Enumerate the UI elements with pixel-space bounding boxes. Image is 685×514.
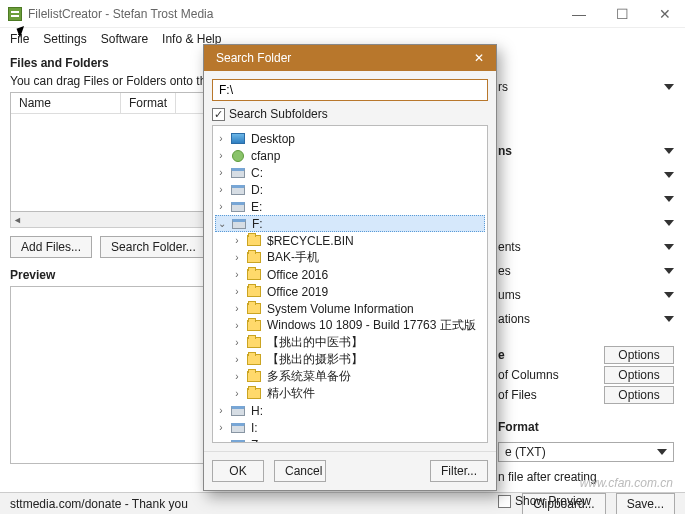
scroll-left-icon[interactable]: ◄ <box>13 215 22 225</box>
tree-item[interactable]: ›【挑出的摄影书】 <box>215 351 485 368</box>
tree-item[interactable]: ›精小软件 <box>215 385 485 402</box>
expand-icon[interactable]: › <box>231 388 243 399</box>
menu-file[interactable]: File <box>10 32 29 46</box>
expand-icon[interactable]: › <box>215 201 227 212</box>
expand-icon[interactable]: › <box>215 133 227 144</box>
drive-icon <box>230 421 246 435</box>
chevron-down-icon[interactable] <box>664 268 674 274</box>
expand-icon[interactable]: › <box>231 337 243 348</box>
dialog-titlebar[interactable]: Search Folder ✕ <box>204 45 496 71</box>
tree-item[interactable]: ›System Volume Information <box>215 300 485 317</box>
tree-item[interactable]: ⌄F: <box>215 215 485 232</box>
right-row: ations <box>498 312 530 326</box>
tree-item-label: Z: <box>249 438 262 444</box>
folder-icon <box>246 370 262 384</box>
expand-icon[interactable]: › <box>231 303 243 314</box>
tree-item-label: cfanp <box>249 149 280 163</box>
search-folder-button[interactable]: Search Folder... <box>100 236 207 258</box>
cancel-button[interactable]: Cancel <box>274 460 326 482</box>
options-button[interactable]: Options <box>604 386 674 404</box>
expand-icon[interactable]: › <box>231 354 243 365</box>
expand-icon[interactable]: › <box>231 235 243 246</box>
menu-settings[interactable]: Settings <box>43 32 86 46</box>
folder-icon <box>246 251 262 265</box>
expand-icon[interactable]: › <box>215 405 227 416</box>
folder-icon <box>246 285 262 299</box>
watermark: www.cfan.com.cn <box>580 476 673 490</box>
close-button[interactable]: ✕ <box>653 5 677 23</box>
col-name[interactable]: Name <box>11 93 121 113</box>
expand-icon[interactable]: › <box>231 286 243 297</box>
chevron-down-icon <box>657 449 667 455</box>
minimize-button[interactable]: — <box>566 5 592 23</box>
col-format[interactable]: Format <box>121 93 176 113</box>
expand-icon[interactable]: › <box>215 167 227 178</box>
format-combo-value: e (TXT) <box>505 445 546 459</box>
tree-item-label: 【挑出的摄影书】 <box>265 351 363 368</box>
tree-item[interactable]: ›Windows 10 1809 - Build 17763 正式版 <box>215 317 485 334</box>
window-buttons: — ☐ ✕ <box>566 5 677 23</box>
expand-icon[interactable]: › <box>231 269 243 280</box>
tree-item-label: E: <box>249 200 262 214</box>
maximize-button[interactable]: ☐ <box>610 5 635 23</box>
tree-item[interactable]: ›H: <box>215 402 485 419</box>
chevron-down-icon[interactable] <box>664 148 674 154</box>
expand-icon[interactable]: › <box>215 439 227 443</box>
tree-item[interactable]: ›Office 2019 <box>215 283 485 300</box>
folder-icon <box>246 234 262 248</box>
folder-tree[interactable]: ›Desktop›cfanp›C:›D:›E:⌄F:›$RECYCLE.BIN›… <box>212 125 488 443</box>
folder-icon <box>246 387 262 401</box>
right-row: of Columns <box>498 368 559 382</box>
chevron-down-icon[interactable] <box>664 196 674 202</box>
drive-icon <box>230 438 246 444</box>
user-icon <box>230 149 246 163</box>
menu-software[interactable]: Software <box>101 32 148 46</box>
path-input[interactable] <box>212 79 488 101</box>
chevron-down-icon[interactable] <box>664 84 674 90</box>
tree-item[interactable]: ›C: <box>215 164 485 181</box>
tree-item[interactable]: ›$RECYCLE.BIN <box>215 232 485 249</box>
expand-icon[interactable]: ⌄ <box>216 218 228 229</box>
chevron-down-icon[interactable] <box>664 172 674 178</box>
tree-item[interactable]: ›cfanp <box>215 147 485 164</box>
folder-icon <box>246 336 262 350</box>
tree-item[interactable]: ›Z: <box>215 436 485 443</box>
tree-item[interactable]: ›Office 2016 <box>215 266 485 283</box>
chevron-down-icon[interactable] <box>664 220 674 226</box>
tree-item[interactable]: ›D: <box>215 181 485 198</box>
tree-item-label: System Volume Information <box>265 302 414 316</box>
filter-button[interactable]: Filter... <box>430 460 488 482</box>
folder-icon <box>246 353 262 367</box>
options-button[interactable]: Options <box>604 366 674 384</box>
expand-icon[interactable]: › <box>215 422 227 433</box>
add-files-button[interactable]: Add Files... <box>10 236 92 258</box>
expand-icon[interactable]: › <box>231 252 243 263</box>
chevron-down-icon[interactable] <box>664 244 674 250</box>
tree-item[interactable]: ›BAK-手机 <box>215 249 485 266</box>
expand-icon[interactable]: › <box>231 371 243 382</box>
ok-button[interactable]: OK <box>212 460 264 482</box>
tree-item[interactable]: ›Desktop <box>215 130 485 147</box>
tree-item-label: 精小软件 <box>265 385 315 402</box>
tree-item[interactable]: ›【挑出的中医书】 <box>215 334 485 351</box>
tree-item-label: 多系统菜单备份 <box>265 368 351 385</box>
dialog-close-button[interactable]: ✕ <box>468 49 490 67</box>
options-button[interactable]: Options <box>604 346 674 364</box>
expand-icon[interactable]: › <box>231 320 243 331</box>
search-subfolders-checkbox[interactable] <box>212 108 225 121</box>
status-text: sttmedia.com/donate - Thank you <box>10 497 188 511</box>
desktop-icon <box>230 132 246 146</box>
tree-item[interactable]: ›多系统菜单备份 <box>215 368 485 385</box>
chevron-down-icon[interactable] <box>664 316 674 322</box>
right-row: rs <box>498 80 508 94</box>
chevron-down-icon[interactable] <box>664 292 674 298</box>
show-preview-checkbox[interactable] <box>498 495 511 508</box>
tree-item[interactable]: ›E: <box>215 198 485 215</box>
right-row: ents <box>498 240 521 254</box>
expand-icon[interactable]: › <box>215 150 227 161</box>
tree-item-label: C: <box>249 166 263 180</box>
app-icon <box>8 7 22 21</box>
expand-icon[interactable]: › <box>215 184 227 195</box>
tree-item[interactable]: ›I: <box>215 419 485 436</box>
format-combo[interactable]: e (TXT) <box>498 442 674 462</box>
